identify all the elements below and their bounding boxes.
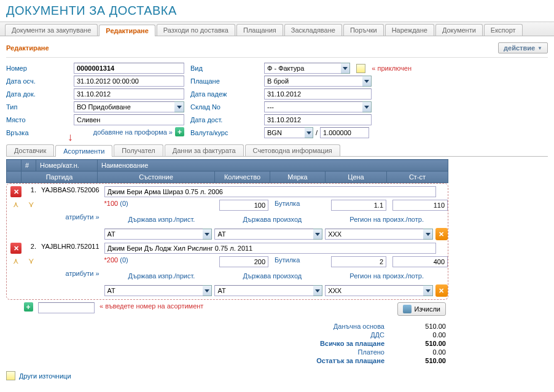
- action-button[interactable]: действие ▼: [498, 42, 548, 53]
- tab-edit[interactable]: Редактиране: [99, 25, 155, 36]
- valuta-dropdown-icon[interactable]: [305, 127, 313, 138]
- add-proforma-link[interactable]: добавяне на проформа » +: [93, 127, 184, 136]
- country-ship-1[interactable]: [104, 229, 203, 240]
- data-osch-input[interactable]: [74, 76, 184, 87]
- plashtane-label: Плащане: [190, 76, 258, 87]
- item-name-2[interactable]: [104, 243, 436, 254]
- move-down-1[interactable]: ⋎: [26, 200, 36, 209]
- tab-documents[interactable]: Документи: [435, 24, 483, 36]
- clear-attrs-2[interactable]: ✕: [435, 284, 448, 297]
- tab-warehousing[interactable]: Заскладяване: [284, 24, 342, 36]
- country-ship-2[interactable]: [104, 285, 203, 296]
- vid-dropdown-icon[interactable]: [341, 63, 350, 74]
- vid-select[interactable]: [264, 63, 341, 74]
- data-dost-label: Дата дост.: [190, 114, 258, 125]
- amount-1[interactable]: [392, 200, 448, 211]
- nomer-label: Номер: [6, 63, 68, 74]
- subtab-invoice-data[interactable]: Данни за фактурата: [165, 144, 244, 156]
- other-sources-checkbox[interactable]: [6, 371, 15, 380]
- data-osch-label: Дата осч.: [6, 76, 68, 87]
- attributes-link-2[interactable]: атрибути »: [66, 270, 99, 277]
- slash: /: [316, 129, 318, 136]
- tip-select[interactable]: [74, 101, 174, 112]
- tab-payments[interactable]: Плащания: [236, 24, 283, 36]
- chevron-down-icon: ▼: [537, 45, 542, 51]
- clear-attrs-1[interactable]: ✕: [435, 228, 448, 240]
- items-grid: # Номер/кат.н. Наименование Партида Съст…: [6, 159, 448, 183]
- region-1[interactable]: [325, 229, 423, 240]
- tab-orders[interactable]: Поръчки: [343, 24, 384, 36]
- dds-value: 0.00: [397, 331, 446, 339]
- data-dost-input[interactable]: [264, 114, 372, 125]
- col-name[interactable]: Наименование: [98, 160, 448, 171]
- attributes-link-1[interactable]: атрибути »: [66, 213, 99, 221]
- move-down-2[interactable]: ⋎: [26, 256, 36, 265]
- dd-icon[interactable]: [423, 285, 433, 296]
- col-qty[interactable]: Количество: [215, 171, 270, 183]
- tax-base-value: 510.00: [397, 323, 446, 330]
- unit-2[interactable]: Бутилка: [272, 255, 327, 269]
- col-num[interactable]: #: [21, 160, 36, 171]
- sub-tabs: ↓ Доставчик Асортименти Получател Данни …: [6, 144, 548, 157]
- tip-dropdown-icon[interactable]: [174, 101, 184, 112]
- kurs-input[interactable]: [320, 127, 369, 138]
- col-price[interactable]: Цена: [326, 171, 387, 183]
- sklad-select[interactable]: [264, 101, 362, 112]
- amount-2[interactable]: [392, 256, 448, 267]
- priklyuchen-checkbox[interactable]: [356, 64, 365, 73]
- price-1[interactable]: [331, 200, 386, 211]
- dd-icon[interactable]: [203, 229, 213, 240]
- state-paren-2: (0): [120, 256, 128, 264]
- add-row-button[interactable]: +: [24, 302, 33, 312]
- attr-h2: Държава произход: [243, 216, 302, 223]
- price-2[interactable]: [331, 256, 386, 267]
- new-code-input[interactable]: [38, 302, 95, 313]
- valuta-select[interactable]: [264, 127, 305, 138]
- calculate-button[interactable]: Изчисли: [397, 302, 446, 316]
- data-dok-label: Дата док.: [6, 88, 68, 100]
- col-code[interactable]: Номер/кат.н.: [36, 160, 98, 171]
- tab-export[interactable]: Експорт: [484, 24, 523, 36]
- sklad-label: Склад No: [190, 101, 258, 112]
- unit-1[interactable]: Бутилка: [272, 198, 327, 212]
- col-partida[interactable]: Партида: [21, 171, 98, 183]
- country-origin-2[interactable]: [214, 285, 313, 296]
- plashtane-select[interactable]: [264, 76, 362, 87]
- col-state[interactable]: Състояние: [98, 171, 215, 183]
- tab-purchase-docs[interactable]: Документи за закупуване: [5, 24, 98, 36]
- subtab-recipient[interactable]: Получател: [114, 144, 163, 156]
- move-up-2[interactable]: ⋏: [10, 256, 21, 265]
- qty-2[interactable]: [219, 256, 268, 267]
- col-amount[interactable]: Ст-ст: [387, 171, 448, 183]
- subtab-assortments[interactable]: Асортименти: [55, 145, 112, 157]
- col-unit[interactable]: Мярка: [270, 171, 326, 183]
- region-2[interactable]: [325, 285, 423, 296]
- myasto-input[interactable]: [74, 114, 184, 125]
- delete-row-2[interactable]: ✕: [10, 243, 21, 254]
- rest-value: 510.00: [397, 357, 446, 364]
- subtab-supplier[interactable]: Доставчик: [6, 144, 54, 156]
- hint-arrow-icon: ↓: [68, 131, 73, 144]
- qty-1[interactable]: [219, 200, 268, 211]
- dd-icon[interactable]: [203, 285, 213, 296]
- nomer-input[interactable]: [74, 63, 184, 74]
- calculator-icon: [403, 305, 412, 313]
- dd-icon[interactable]: [313, 229, 323, 240]
- data-dok-input[interactable]: [74, 88, 184, 100]
- dd-icon[interactable]: [313, 285, 323, 296]
- delete-row-1[interactable]: ✕: [10, 186, 21, 197]
- vrazka-label: Връзка: [6, 127, 68, 138]
- move-up-1[interactable]: ⋏: [10, 200, 21, 209]
- subtab-accounting[interactable]: Счетоводна информация: [245, 144, 340, 156]
- page-title: ДОКУМЕНТИ ЗА ДОСТАВКА: [6, 4, 548, 18]
- valuta-label: Валута/курс: [190, 127, 258, 138]
- item-name-1[interactable]: [104, 186, 436, 197]
- data-padezh-input[interactable]: [264, 88, 372, 100]
- dd-icon[interactable]: [423, 229, 433, 240]
- sklad-dropdown-icon[interactable]: [362, 101, 372, 112]
- tab-delivery-costs[interactable]: Разходи по доставка: [157, 24, 235, 36]
- myasto-label: Място: [6, 114, 68, 125]
- tab-arrangement[interactable]: Нареждане: [385, 24, 434, 36]
- plashtane-dropdown-icon[interactable]: [362, 76, 372, 87]
- country-origin-1[interactable]: [214, 229, 313, 240]
